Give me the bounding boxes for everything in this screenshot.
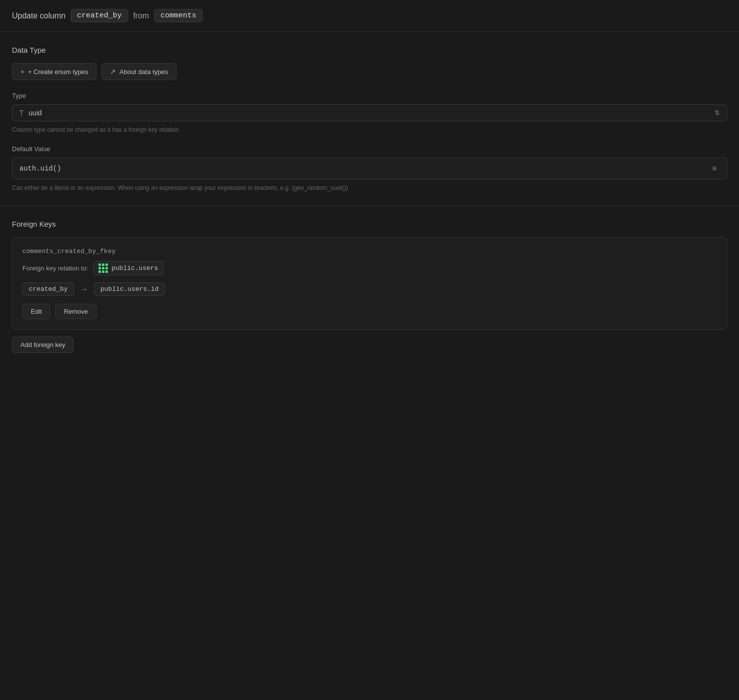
about-data-types-label: About data types (119, 68, 168, 76)
type-label: Type (12, 92, 727, 99)
default-value-field[interactable]: ≡ (12, 158, 727, 179)
menu-icon: ≡ (712, 164, 717, 173)
add-foreign-key-button[interactable]: Add foreign key (12, 337, 74, 353)
fk-mapping-row: created_by → public.users.id (22, 282, 717, 296)
header-prefix: Update column (12, 11, 66, 20)
type-text-icon: T (19, 109, 24, 117)
fk-relation-label: Foreign key relation to: (22, 264, 88, 272)
default-value-hint: Can either be a literal or an expression… (12, 184, 727, 191)
type-locked-message: Column type cannot be changed as it has … (12, 126, 727, 133)
create-enum-label: + Create enum types (28, 68, 88, 76)
fk-actions: Edit Remove (22, 304, 717, 319)
default-value-label: Default Value (12, 145, 727, 153)
external-link-icon: ↗ (110, 68, 116, 76)
type-value: uuid (29, 109, 715, 117)
fk-target-column-badge: public.users.id (94, 282, 165, 296)
fk-target-table-name: public.users (111, 264, 158, 272)
arrow-right-icon: → (80, 285, 88, 294)
default-value-input[interactable] (19, 165, 709, 173)
table-name-badge: comments (154, 9, 203, 22)
grid-icon (98, 263, 108, 273)
header-from-label: from (133, 11, 149, 20)
fk-remove-button[interactable]: Remove (55, 304, 96, 319)
default-value-menu-button[interactable]: ≡ (709, 163, 720, 174)
chevron-updown-icon: ⇅ (715, 109, 720, 116)
type-select[interactable]: T uuid ⇅ (12, 104, 727, 121)
foreign-keys-title: Foreign Keys (12, 220, 727, 228)
fk-target-table-badge[interactable]: public.users (93, 261, 164, 275)
add-fk-label: Add foreign key (20, 341, 65, 349)
about-data-types-button[interactable]: ↗ About data types (101, 63, 177, 80)
fk-source-column-badge: created_by (22, 282, 74, 296)
foreign-keys-section: Foreign Keys comments_created_by_fkey Fo… (0, 206, 739, 367)
data-type-title: Data Type (12, 46, 727, 54)
create-enum-button[interactable]: + + Create enum types (12, 63, 96, 80)
page-header: Update column created_by from comments (0, 0, 739, 32)
column-name-badge: created_by (71, 9, 128, 22)
fk-card: comments_created_by_fkey Foreign key rel… (12, 237, 727, 330)
data-type-actions: + + Create enum types ↗ About data types (12, 63, 727, 80)
fk-edit-button[interactable]: Edit (22, 304, 50, 319)
fk-relation-row: Foreign key relation to: public.users (22, 261, 717, 275)
plus-icon: + (20, 68, 24, 76)
fk-name: comments_created_by_fkey (22, 248, 717, 255)
data-type-section: Data Type + + Create enum types ↗ About … (0, 32, 739, 206)
